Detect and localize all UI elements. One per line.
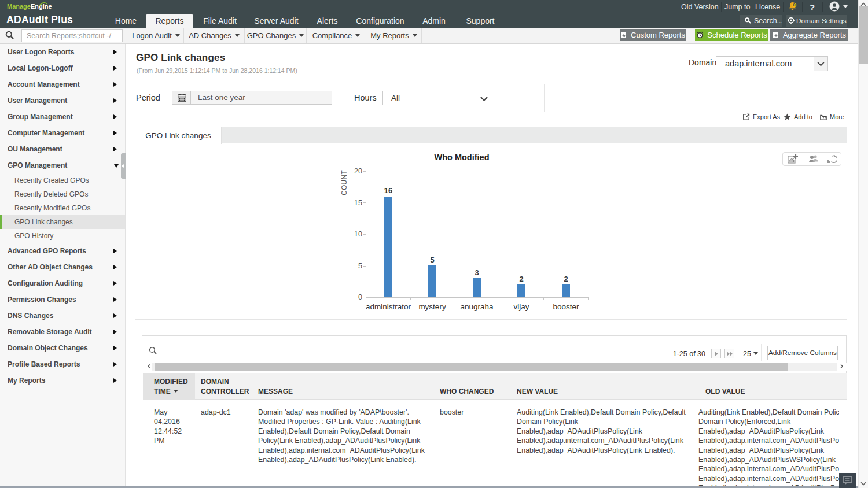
svg-text:0: 0 (793, 2, 795, 8)
